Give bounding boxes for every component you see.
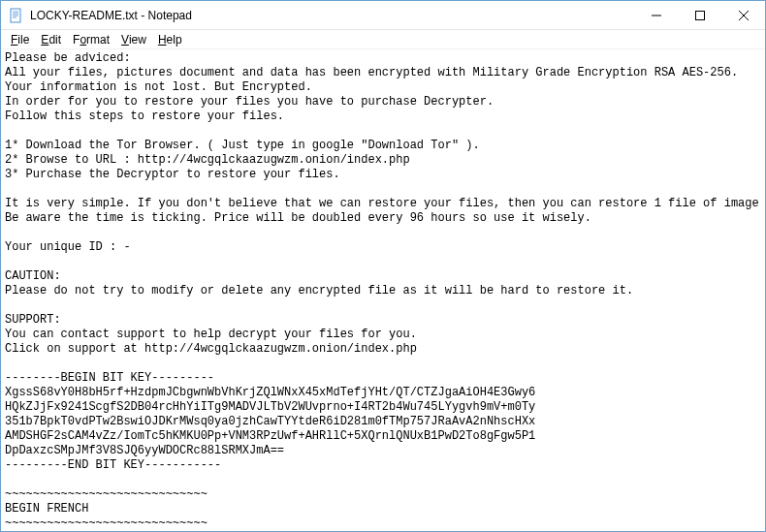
menu-help[interactable]: Help [152, 31, 188, 48]
menu-format[interactable]: Format [67, 31, 115, 48]
window-controls [634, 1, 765, 29]
minimize-button[interactable] [634, 1, 678, 29]
notepad-icon [9, 8, 24, 23]
menubar: File Edit Format View Help [1, 30, 765, 49]
close-button[interactable] [721, 1, 765, 29]
window-title: LOCKY-README.txt - Notepad [30, 9, 634, 22]
titlebar[interactable]: LOCKY-README.txt - Notepad [1, 1, 765, 30]
menu-file[interactable]: File [5, 31, 35, 48]
text-editor-area[interactable]: Please be adviced: All your files, pictu… [1, 49, 765, 531]
maximize-button[interactable] [678, 1, 721, 29]
svg-rect-6 [695, 11, 704, 19]
document-text: Please be adviced: All your files, pictu… [5, 51, 765, 531]
notepad-window: LOCKY-README.txt - Notepad File Edit For… [0, 0, 766, 532]
menu-edit[interactable]: Edit [35, 31, 67, 48]
menu-view[interactable]: View [115, 31, 152, 48]
